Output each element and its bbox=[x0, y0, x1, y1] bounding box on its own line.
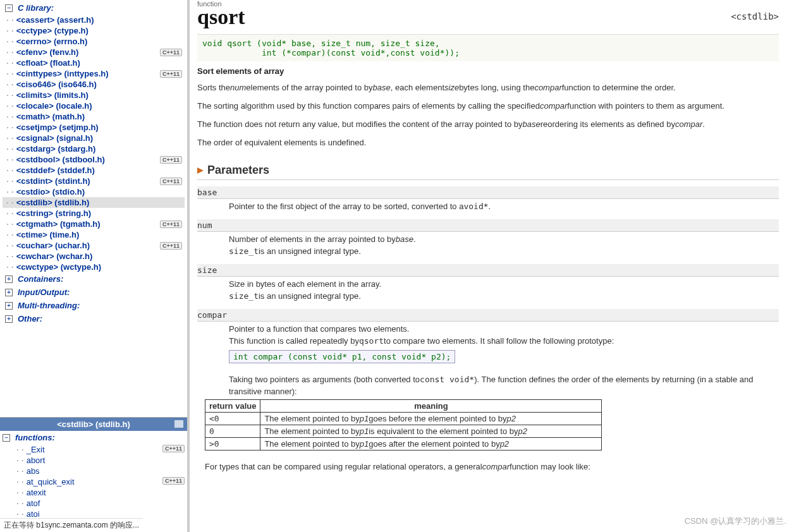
param-size: size bbox=[197, 264, 779, 277]
sidebar-item[interactable]: ··<ciso646> (iso646.h) bbox=[3, 79, 185, 90]
nav-link[interactable]: <cstring> (string.h) bbox=[16, 209, 91, 218]
nav-link[interactable]: <climits> (limits.h) bbox=[16, 90, 89, 100]
nav-link[interactable]: <cstdint> (stdint.h) bbox=[16, 176, 90, 186]
nav-link[interactable]: <cstdarg> (stdarg.h) bbox=[16, 144, 96, 154]
section-header[interactable]: +Input/Output: bbox=[3, 286, 185, 299]
sidebar-item[interactable]: ··<cinttypes> (inttypes.h)C++11 bbox=[3, 68, 185, 79]
cpp11-badge: C++11 bbox=[162, 445, 185, 452]
detail-title: <cstdlib> (stdlib.h) bbox=[57, 420, 130, 429]
nav-link[interactable]: <cfenv> (fenv.h) bbox=[16, 47, 79, 57]
sidebar-item[interactable]: ··<cstdint> (stdint.h)C++11 bbox=[3, 176, 185, 186]
function-signature: void qsort (void* base, size_t num, size… bbox=[197, 34, 779, 61]
window-icon[interactable] bbox=[174, 420, 183, 428]
table-row: >0The element pointed to byp1goes after … bbox=[205, 437, 602, 450]
sidebar-item[interactable]: ··<cfenv> (fenv.h)C++11 bbox=[3, 47, 185, 57]
function-item[interactable]: ··_ExitC++11 bbox=[0, 444, 187, 455]
collapse-icon[interactable]: − bbox=[5, 4, 13, 12]
nav-link[interactable]: <ctgmath> (tgmath.h) bbox=[16, 219, 101, 229]
nav-link[interactable]: <csetjmp> (setjmp.h) bbox=[16, 123, 99, 132]
cpp11-badge: C++11 bbox=[160, 70, 182, 78]
section-header[interactable]: +Containers: bbox=[3, 272, 185, 286]
page-title: qsort bbox=[197, 5, 779, 29]
subtitle: Sort elements of array bbox=[197, 66, 779, 76]
description-2: The sorting algorithm used by this funct… bbox=[197, 100, 779, 112]
nav-link[interactable]: <cinttypes> (inttypes.h) bbox=[16, 69, 109, 78]
param-base-desc: Pointer to the first object of the array… bbox=[229, 200, 779, 213]
sidebar-item[interactable]: ··<cstring> (string.h) bbox=[3, 208, 185, 219]
category-header[interactable]: − C library: bbox=[3, 1, 185, 15]
nav-link[interactable]: <cuchar> (uchar.h) bbox=[16, 241, 90, 250]
collapse-icon[interactable]: − bbox=[3, 434, 10, 442]
sidebar-item[interactable]: ··<cmath> (math.h) bbox=[3, 111, 185, 122]
return-value-table: return valuemeaning <0The element pointe… bbox=[205, 399, 602, 450]
sidebar-item[interactable]: ··<clocale> (locale.h) bbox=[3, 100, 185, 111]
nav-link[interactable]: <cctype> (ctype.h) bbox=[16, 26, 89, 35]
nav-link[interactable]: <clocale> (locale.h) bbox=[16, 101, 92, 111]
param-base: base bbox=[197, 186, 779, 199]
description-3: The function does not return any value, … bbox=[197, 119, 779, 131]
sidebar-item[interactable]: ··<ctgmath> (tgmath.h)C++11 bbox=[3, 219, 185, 229]
sidebar-item[interactable]: ··<cstdarg> (stdarg.h) bbox=[3, 143, 185, 154]
function-item[interactable]: ··abs bbox=[0, 466, 187, 476]
param-num-desc: Number of elements in the array pointed … bbox=[229, 233, 779, 258]
nav-link[interactable]: <csignal> (signal.h) bbox=[16, 133, 93, 143]
sidebar-item[interactable]: ··<cfloat> (float.h) bbox=[3, 57, 185, 68]
nav-link[interactable]: <ciso646> (iso646.h) bbox=[16, 80, 97, 89]
expand-icon[interactable]: + bbox=[5, 315, 13, 323]
nav-link[interactable]: <cassert> (assert.h) bbox=[16, 15, 94, 25]
functions-header[interactable]: − functions: bbox=[0, 431, 187, 444]
expand-icon[interactable]: + bbox=[5, 289, 13, 296]
sidebar-item[interactable]: ··<cerrno> (errno.h) bbox=[3, 36, 185, 47]
sidebar-item[interactable]: ··<cstdbool> (stdbool.h)C++11 bbox=[3, 154, 185, 165]
nav-link[interactable]: <cstdbool> (stdbool.h) bbox=[16, 155, 105, 164]
sidebar-tree[interactable]: − C library: ··<cassert> (assert.h)··<cc… bbox=[0, 0, 187, 417]
sidebar-item[interactable]: ··<cwctype> (wctype.h) bbox=[3, 262, 185, 272]
sidebar-item[interactable]: ··<cwchar> (wchar.h) bbox=[3, 251, 185, 262]
cpp11-badge: C++11 bbox=[162, 477, 185, 485]
nav-link[interactable]: <ctime> (time.h) bbox=[16, 230, 80, 239]
section-header[interactable]: +Multi-threading: bbox=[3, 299, 185, 312]
detail-header: <cstdlib> (stdlib.h) bbox=[0, 418, 187, 431]
function-item[interactable]: ··abort bbox=[0, 455, 187, 466]
cpp11-badge: C++11 bbox=[160, 156, 182, 164]
category-label: C library: bbox=[15, 2, 56, 14]
watermark: CSDN @认真学习的小雅兰. bbox=[685, 516, 786, 527]
sidebar-item[interactable]: ··<csignal> (signal.h) bbox=[3, 133, 185, 143]
sidebar-item[interactable]: ··<csetjmp> (setjmp.h) bbox=[3, 122, 185, 133]
triangle-icon bbox=[197, 167, 204, 174]
nav-link[interactable]: <cstdio> (stdio.h) bbox=[16, 187, 85, 196]
sidebar-item[interactable]: ··<cstddef> (stddef.h) bbox=[3, 165, 185, 176]
header-tag[interactable]: <cstdlib> bbox=[731, 11, 779, 21]
sidebar-item[interactable]: ··<ctime> (time.h) bbox=[3, 229, 185, 240]
sidebar-item[interactable]: ··<climits> (limits.h) bbox=[3, 90, 185, 100]
nav-link[interactable]: <cerrno> (errno.h) bbox=[16, 37, 88, 46]
sidebar-item[interactable]: ··<cassert> (assert.h) bbox=[3, 15, 185, 25]
param-compar-desc: Pointer to a function that compares two … bbox=[229, 323, 779, 348]
sidebar-item[interactable]: ··<cuchar> (uchar.h)C++11 bbox=[3, 240, 185, 251]
nav-link[interactable]: <cstdlib> (stdlib.h) bbox=[16, 198, 90, 207]
functions-label: functions: bbox=[13, 432, 58, 444]
sidebar-detail: <cstdlib> (stdlib.h) − functions: ··_Exi… bbox=[0, 417, 187, 532]
nav-link[interactable]: <cwchar> (wchar.h) bbox=[16, 251, 93, 261]
expand-icon[interactable]: + bbox=[5, 275, 13, 283]
nav-link[interactable]: <cmath> (math.h) bbox=[16, 112, 85, 121]
status-bar: 正在等待 b1sync.zemanta.com 的响应... bbox=[0, 518, 143, 532]
nav-link[interactable]: <cfloat> (float.h) bbox=[16, 58, 80, 68]
sidebar-item[interactable]: ··<cctype> (ctype.h) bbox=[3, 25, 185, 36]
main-content: function qsort <cstdlib> void qsort (voi… bbox=[190, 0, 794, 532]
function-item[interactable]: ··atexit bbox=[0, 487, 187, 498]
nav-link[interactable]: <cstddef> (stddef.h) bbox=[16, 166, 95, 175]
function-item[interactable]: ··at_quick_exitC++11 bbox=[0, 476, 187, 487]
expand-icon[interactable]: + bbox=[5, 302, 13, 310]
compar-prototype: int compar (const void* p1, const void* … bbox=[229, 350, 455, 363]
compar-explain: Taking two pointers as arguments (both c… bbox=[229, 373, 779, 398]
cpp11-badge: C++11 bbox=[160, 178, 182, 185]
section-header[interactable]: +Other: bbox=[3, 312, 185, 325]
table-row: 0The element pointed to byp1is equivalen… bbox=[205, 425, 602, 437]
param-size-desc: Size in bytes of each element in the arr… bbox=[229, 278, 779, 303]
sidebar-item[interactable]: ··<cstdio> (stdio.h) bbox=[3, 186, 185, 197]
nav-link[interactable]: <cwctype> (wctype.h) bbox=[16, 262, 101, 272]
function-item[interactable]: ··atof bbox=[0, 498, 187, 509]
sidebar-item[interactable]: ··<cstdlib> (stdlib.h) bbox=[3, 197, 185, 208]
cpp11-badge: C++11 bbox=[160, 221, 182, 228]
